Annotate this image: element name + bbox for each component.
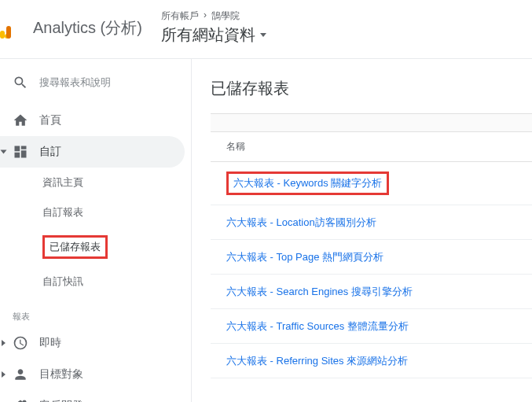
nav-customization-label: 自訂 (39, 145, 61, 159)
nav-custom-reports[interactable]: 自訂報表 (0, 197, 191, 227)
report-row[interactable]: 六大報表 - Referring Sites 來源網站分析 (211, 344, 532, 378)
nav-custom-reports-label: 自訂報表 (42, 205, 83, 219)
page-title: 已儲存報表 (211, 78, 532, 99)
nav-dashboards-label: 資訊主頁 (42, 175, 83, 190)
breadcrumb-all-accounts: 所有帳戶 (161, 9, 199, 23)
chevron-right-icon (2, 340, 6, 346)
dashboard-icon (13, 144, 28, 160)
nav-home[interactable]: 首頁 (0, 105, 191, 136)
person-icon (13, 367, 28, 382)
home-icon (13, 112, 28, 128)
breadcrumb: 所有帳戶 › 鵠學院 (161, 9, 266, 23)
report-link[interactable]: 六大報表 - Traffic Sources 整體流量分析 (226, 320, 409, 332)
report-link[interactable]: 六大報表 - Search Engines 搜尋引擎分析 (226, 286, 413, 297)
analytics-logo-icon (5, 17, 27, 39)
nav-dashboards[interactable]: 資訊主頁 (0, 168, 191, 197)
nav-audience[interactable]: 目標對象 (0, 359, 191, 390)
report-link[interactable]: 六大報表 - Location訪客國別分析 (226, 216, 376, 228)
report-link[interactable]: 六大報表 - Keywords 關鍵字分析 (226, 171, 389, 195)
nav-acquisition[interactable]: 客戶開發 (0, 390, 191, 402)
report-row[interactable]: 六大報表 - Location訪客國別分析 (211, 205, 532, 240)
chevron-right-icon (2, 371, 6, 378)
account-switcher[interactable]: 所有帳戶 › 鵠學院 所有網站資料 (161, 9, 266, 46)
acquisition-icon (13, 398, 28, 402)
table-toolbar (211, 113, 532, 132)
chevron-down-icon (1, 150, 7, 154)
product-name: Analytics (分析) (33, 17, 142, 39)
view-name: 所有網站資料 (161, 24, 255, 46)
app-header: Analytics (分析) 所有帳戶 › 鵠學院 所有網站資料 (0, 0, 532, 59)
clock-icon (13, 335, 28, 351)
sidebar: 搜尋報表和說明 首頁 自訂 資訊主頁 自訂報表 已儲存報表 自訂快訊 報表 (0, 59, 192, 402)
column-header-name[interactable]: 名稱 (211, 132, 532, 162)
report-row[interactable]: 六大報表 - Top Page 熱門網頁分析 (211, 240, 532, 275)
reports-section-label: 報表 (0, 297, 191, 327)
main-content: 已儲存報表 名稱 六大報表 - Keywords 關鍵字分析 六大報表 - Lo… (192, 59, 532, 402)
report-row[interactable]: 六大報表 - Search Engines 搜尋引擎分析 (211, 275, 532, 309)
nav-audience-label: 目標對象 (39, 367, 83, 382)
report-row[interactable]: 六大報表 - Keywords 關鍵字分析 (211, 162, 532, 205)
nav-home-label: 首頁 (39, 113, 61, 127)
nav-saved-reports[interactable]: 已儲存報表 (0, 227, 191, 267)
nav-realtime[interactable]: 即時 (0, 327, 191, 359)
report-row[interactable]: 六大報表 - Traffic Sources 整體流量分析 (211, 309, 532, 344)
nav-realtime-label: 即時 (39, 336, 61, 350)
search-reports[interactable]: 搜尋報表和說明 (0, 67, 191, 105)
caret-down-icon (260, 33, 266, 37)
nav-customization[interactable]: 自訂 (0, 136, 185, 168)
report-link[interactable]: 六大報表 - Top Page 熱門網頁分析 (226, 251, 383, 263)
breadcrumb-property: 鵠學院 (211, 9, 240, 23)
search-placeholder: 搜尋報表和說明 (39, 76, 111, 90)
logo-block: Analytics (分析) (3, 17, 142, 39)
nav-saved-reports-label: 已儲存報表 (42, 235, 108, 259)
breadcrumb-separator: › (204, 9, 207, 23)
nav-acquisition-label: 客戶開發 (39, 399, 83, 402)
nav-custom-alerts[interactable]: 自訂快訊 (0, 267, 191, 297)
nav-custom-alerts-label: 自訂快訊 (42, 275, 83, 289)
search-icon (13, 75, 28, 90)
report-link[interactable]: 六大報表 - Referring Sites 來源網站分析 (226, 355, 408, 367)
